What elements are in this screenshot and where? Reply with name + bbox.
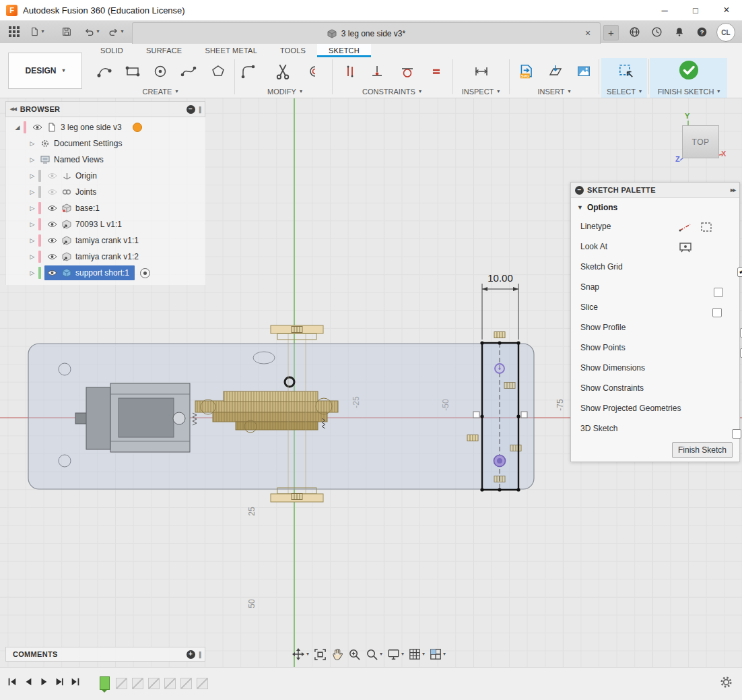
- spline-tool-icon[interactable]: [177, 61, 200, 82]
- undo-button[interactable]: ▾: [81, 22, 102, 41]
- notifications-bell-icon[interactable]: [673, 25, 686, 38]
- centerline-linetype-icon[interactable]: [679, 222, 692, 234]
- finish-sketch-button[interactable]: Finish Sketch: [672, 442, 733, 458]
- sketch-rectangle[interactable]: [473, 341, 527, 491]
- timeline-feature[interactable]: [148, 678, 160, 689]
- measure-tool-icon[interactable]: [470, 61, 493, 82]
- slice-checkbox[interactable]: [712, 308, 722, 317]
- browser-item-tamiya-crank-1[interactable]: ▷ tamiya crank v1:1: [6, 232, 205, 249]
- timeline-settings-gear-icon[interactable]: [720, 676, 733, 691]
- browser-item-70093[interactable]: ▷ 70093 L v1:1: [6, 216, 205, 232]
- activate-component-radio[interactable]: [140, 268, 150, 278]
- step-back-button[interactable]: [24, 676, 33, 687]
- equal-constraint-icon[interactable]: [425, 61, 448, 82]
- disclosure-icon[interactable]: ▷: [26, 221, 38, 228]
- close-tab-icon[interactable]: ×: [582, 27, 594, 39]
- visibility-eye-icon[interactable]: [46, 172, 58, 179]
- disclosure-icon[interactable]: ▷: [26, 140, 38, 147]
- visibility-eye-icon[interactable]: [46, 189, 58, 195]
- visibility-eye-icon[interactable]: [46, 237, 58, 244]
- group-label-insert[interactable]: INSERT▾: [537, 88, 570, 96]
- assembly-geometry[interactable]: [28, 325, 534, 502]
- browser-item-tamiya-crank-2[interactable]: ▷ tamiya crank v1:2: [6, 249, 205, 265]
- close-button[interactable]: ×: [711, 0, 742, 20]
- browser-item-root[interactable]: ◢ 3 leg one side v3: [6, 119, 205, 135]
- browser-item-joints[interactable]: ▷ Joints: [6, 184, 205, 200]
- collapse-panel-icon[interactable]: ◀◀: [10, 106, 16, 112]
- select-tool-icon[interactable]: [615, 61, 638, 82]
- document-tab[interactable]: 3 leg one side v3* ×: [132, 22, 601, 44]
- visibility-eye-icon[interactable]: [31, 124, 43, 131]
- extensions-icon[interactable]: [628, 25, 641, 38]
- app-grid-icon[interactable]: [5, 22, 23, 41]
- pan-hand-button[interactable]: [329, 645, 345, 664]
- disclosure-icon[interactable]: ▷: [26, 172, 38, 179]
- viewports-button[interactable]: ▾: [428, 645, 448, 664]
- add-comment-icon[interactable]: +: [187, 650, 195, 659]
- joint-origin-lower[interactable]: [494, 455, 506, 467]
- finish-sketch-check-icon[interactable]: [678, 59, 700, 81]
- grid-snap-button[interactable]: ▾: [407, 645, 427, 664]
- viewcube[interactable]: TOP Y X Z: [677, 113, 740, 167]
- 3d-sketch-checkbox[interactable]: [732, 429, 741, 439]
- horizontal-vertical-constraint-icon[interactable]: [339, 61, 362, 82]
- panel-grip-icon[interactable]: ∥: [199, 651, 202, 658]
- file-menu-button[interactable]: ▾: [27, 22, 47, 41]
- circle-tool-icon[interactable]: [149, 61, 172, 82]
- job-status-clock-icon[interactable]: [650, 25, 663, 38]
- options-section-header[interactable]: ▼ Options: [571, 198, 739, 216]
- visibility-eye-icon[interactable]: [46, 253, 58, 260]
- user-avatar[interactable]: CL: [716, 23, 735, 42]
- panel-grip-icon[interactable]: ∥: [199, 106, 202, 113]
- rectangle-tool-icon[interactable]: [121, 61, 144, 82]
- browser-item-base[interactable]: ▷ base:1: [6, 200, 205, 216]
- browser-item-origin[interactable]: ▷ Origin: [6, 168, 205, 184]
- polygon-tool-icon[interactable]: [207, 61, 230, 82]
- disclosure-icon[interactable]: ▷: [26, 205, 38, 212]
- new-tab-button[interactable]: +: [603, 25, 619, 40]
- comments-panel-header[interactable]: COMMENTS + ∥: [5, 647, 205, 662]
- sketch-palette-header[interactable]: − SKETCH PALETTE ▸▸: [571, 183, 739, 198]
- disclosure-icon[interactable]: ▷: [26, 156, 38, 163]
- look-at-icon[interactable]: [679, 242, 692, 255]
- collapse-panel-icon[interactable]: ▸▸: [731, 187, 735, 193]
- sketch-dimension[interactable]: 10.00: [482, 272, 518, 340]
- timeline-feature[interactable]: [132, 678, 143, 689]
- line-tool-icon[interactable]: [93, 61, 116, 82]
- maximize-button[interactable]: □: [680, 0, 711, 20]
- insert-mesh-icon[interactable]: [544, 61, 567, 82]
- tab-tools[interactable]: TOOLS: [269, 43, 317, 57]
- visibility-eye-icon[interactable]: [46, 269, 58, 276]
- group-label-inspect[interactable]: INSPECT▾: [462, 88, 500, 96]
- minimize-button[interactable]: ─: [649, 0, 680, 20]
- visibility-eye-icon[interactable]: [46, 221, 58, 228]
- display-settings-button[interactable]: ▾: [385, 645, 406, 664]
- tangent-constraint-icon[interactable]: [396, 61, 419, 82]
- timeline-feature[interactable]: [164, 678, 176, 689]
- insert-svg-icon[interactable]: SVG: [515, 61, 538, 82]
- disclosure-icon[interactable]: ▷: [26, 269, 38, 276]
- group-label-select[interactable]: SELECT▾: [607, 88, 642, 96]
- motor-component[interactable]: [75, 383, 190, 452]
- group-label-create[interactable]: CREATE▾: [143, 88, 178, 96]
- zoom-window-button[interactable]: [346, 645, 363, 664]
- browser-item-support-short[interactable]: ▷ support short:1: [6, 265, 205, 281]
- pan-button[interactable]: ▾: [290, 645, 311, 664]
- fit-view-button[interactable]: [312, 645, 329, 664]
- zoom-button[interactable]: ▾: [364, 645, 384, 664]
- play-button[interactable]: [39, 676, 48, 687]
- tab-surface[interactable]: SURFACE: [135, 43, 193, 57]
- group-label-finish-sketch[interactable]: FINISH SKETCH▾: [658, 88, 720, 96]
- group-label-modify[interactable]: MODIFY▾: [267, 88, 302, 96]
- go-to-end-button[interactable]: [70, 676, 81, 687]
- coincident-constraint-icon[interactable]: [366, 61, 389, 82]
- timeline-position-marker[interactable]: [100, 676, 110, 690]
- construction-linetype-icon[interactable]: [700, 222, 712, 234]
- disclosure-open-icon[interactable]: ◢: [11, 124, 24, 131]
- visibility-eye-icon[interactable]: [46, 205, 58, 212]
- fillet-tool-icon[interactable]: [236, 61, 259, 82]
- step-forward-button[interactable]: [55, 676, 64, 687]
- offset-tool-icon[interactable]: [302, 61, 325, 82]
- timeline-feature[interactable]: [180, 678, 192, 689]
- timeline-feature[interactable]: [197, 678, 208, 689]
